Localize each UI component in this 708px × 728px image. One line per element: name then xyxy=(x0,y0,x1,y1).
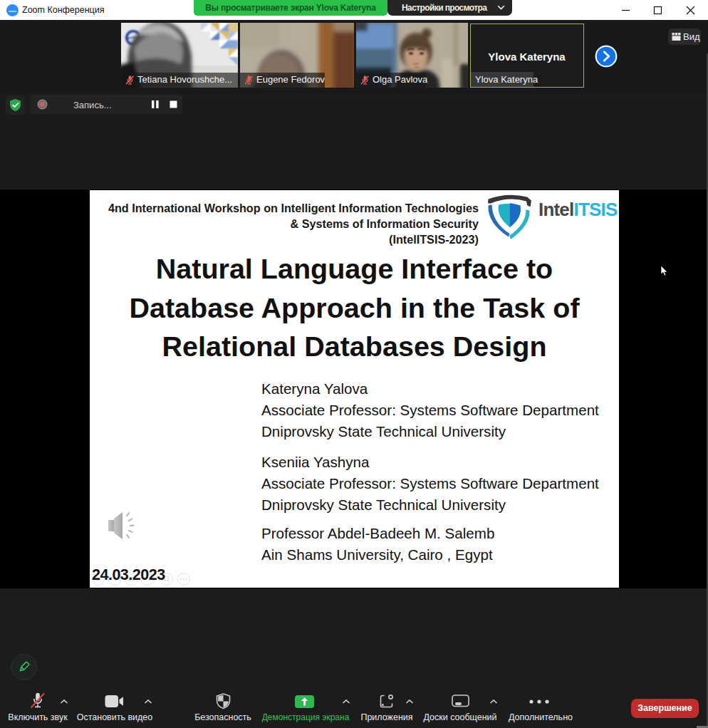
svg-text:zoom: zoom xyxy=(9,9,16,13)
